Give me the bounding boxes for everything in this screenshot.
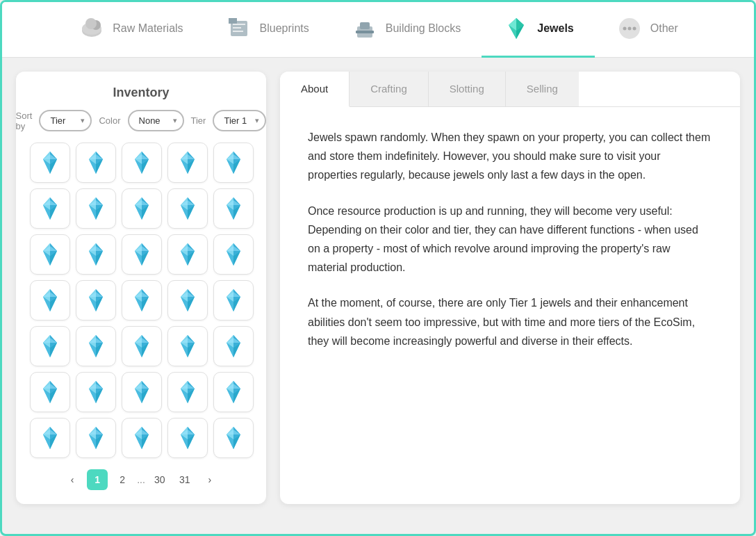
- blueprints-icon: [225, 15, 253, 42]
- main-content: Inventory Sort by Tier Color Date Color …: [2, 58, 754, 518]
- about-para-3: At the moment, of course, there are only…: [308, 293, 712, 350]
- jewels-label: Jewels: [537, 22, 573, 35]
- jewel-item[interactable]: [213, 143, 254, 183]
- jewel-item[interactable]: [167, 188, 208, 229]
- svg-rect-7: [233, 31, 243, 32]
- page-31-button[interactable]: 31: [174, 469, 195, 490]
- prev-page-button[interactable]: ‹: [62, 469, 83, 490]
- jewel-item[interactable]: [30, 372, 70, 412]
- jewel-item[interactable]: [76, 326, 116, 366]
- jewel-item[interactable]: [167, 234, 208, 275]
- right-panel: About Crafting Slotting Selling Jewels s…: [280, 72, 740, 504]
- sort-by-wrapper: Tier Color Date: [39, 110, 92, 131]
- jewel-item[interactable]: [30, 143, 70, 183]
- about-para-1: Jewels spawn randomly. When they spawn o…: [308, 128, 712, 185]
- jewel-item[interactable]: [76, 280, 116, 320]
- svg-marker-80: [227, 200, 240, 205]
- jewel-item[interactable]: [30, 188, 70, 229]
- sort-by-label: Sort by: [16, 111, 33, 131]
- nav-jewels[interactable]: Jewels: [482, 2, 594, 58]
- other-label: Other: [650, 22, 678, 35]
- svg-marker-74: [181, 200, 195, 205]
- svg-point-20: [632, 27, 636, 31]
- sort-by-select[interactable]: Tier Color Date: [39, 110, 92, 131]
- jewel-item[interactable]: [76, 234, 116, 275]
- svg-point-18: [623, 27, 626, 31]
- jewel-item[interactable]: [122, 280, 162, 320]
- jewel-item[interactable]: [122, 143, 162, 183]
- jewel-item[interactable]: [76, 372, 116, 412]
- svg-marker-8: [229, 18, 237, 24]
- jewel-item[interactable]: [167, 372, 208, 412]
- jewel-item[interactable]: [213, 372, 254, 412]
- next-page-button[interactable]: ›: [199, 469, 220, 490]
- svg-rect-6: [233, 27, 241, 29]
- svg-marker-92: [89, 246, 103, 251]
- jewel-item[interactable]: [213, 418, 254, 458]
- page-2-button[interactable]: 2: [112, 469, 133, 490]
- other-icon: [616, 15, 643, 42]
- pagination: ‹ 1 2 ... 30 31 ›: [30, 469, 252, 490]
- svg-rect-10: [360, 22, 370, 29]
- page-1-button[interactable]: 1: [87, 469, 108, 490]
- tier-wrapper: Tier 1 Tier 2 Tier 3: [213, 110, 266, 131]
- jewel-item[interactable]: [122, 188, 162, 229]
- jewel-item[interactable]: [76, 143, 116, 183]
- svg-point-3: [85, 18, 97, 29]
- tier-select[interactable]: Tier 1 Tier 2 Tier 3: [213, 110, 266, 131]
- nav-raw-materials[interactable]: Raw Materials: [57, 2, 204, 58]
- page-dots: ...: [137, 474, 145, 485]
- svg-marker-158: [135, 338, 149, 343]
- tab-crafting[interactable]: Crafting: [350, 72, 429, 106]
- svg-marker-116: [43, 292, 57, 297]
- jewel-item[interactable]: [122, 326, 162, 366]
- jewel-item[interactable]: [213, 280, 254, 320]
- svg-marker-224: [181, 430, 195, 435]
- svg-marker-140: [227, 292, 240, 297]
- jewel-item[interactable]: [30, 234, 70, 275]
- jewel-item[interactable]: [167, 280, 208, 320]
- jewel-item[interactable]: [167, 143, 208, 183]
- nav-building-blocks[interactable]: Building Blocks: [330, 2, 482, 58]
- raw-materials-label: Raw Materials: [113, 22, 183, 35]
- svg-marker-110: [227, 246, 240, 251]
- svg-marker-212: [89, 430, 103, 435]
- svg-marker-170: [227, 338, 240, 343]
- jewel-item[interactable]: [76, 188, 116, 229]
- jewel-item[interactable]: [213, 326, 254, 366]
- jewel-item[interactable]: [30, 280, 70, 320]
- svg-marker-218: [135, 430, 149, 435]
- svg-marker-206: [43, 430, 57, 435]
- jewel-item[interactable]: [167, 418, 208, 458]
- jewels-icon: [502, 15, 530, 42]
- jewel-item[interactable]: [213, 234, 254, 275]
- building-blocks-icon: [351, 15, 379, 42]
- svg-marker-122: [89, 292, 103, 297]
- tab-selling[interactable]: Selling: [506, 72, 579, 106]
- inventory-panel: Inventory Sort by Tier Color Date Color …: [16, 72, 266, 504]
- tab-about[interactable]: About: [280, 72, 350, 107]
- svg-marker-128: [135, 292, 149, 297]
- jewel-item[interactable]: [167, 326, 208, 366]
- jewel-item[interactable]: [76, 418, 116, 458]
- jewel-item[interactable]: [213, 188, 254, 229]
- svg-marker-134: [181, 292, 195, 297]
- jewel-item[interactable]: [122, 372, 162, 412]
- jewel-item[interactable]: [122, 418, 162, 458]
- svg-rect-11: [356, 31, 374, 33]
- svg-marker-62: [89, 200, 103, 205]
- tab-slotting[interactable]: Slotting: [429, 72, 506, 106]
- color-wrapper: None Blue Red Green: [128, 110, 184, 131]
- raw-materials-icon: [78, 15, 106, 42]
- svg-marker-44: [181, 154, 195, 159]
- building-blocks-label: Building Blocks: [386, 22, 461, 35]
- nav-other[interactable]: Other: [595, 2, 699, 58]
- jewel-item[interactable]: [30, 326, 70, 366]
- nav-blueprints[interactable]: Blueprints: [204, 2, 330, 58]
- svg-marker-26: [43, 154, 57, 159]
- tabs: About Crafting Slotting Selling: [280, 72, 740, 107]
- jewel-item[interactable]: [30, 418, 70, 458]
- page-30-button[interactable]: 30: [149, 469, 170, 490]
- jewel-item[interactable]: [122, 234, 162, 275]
- color-select[interactable]: None Blue Red Green: [128, 110, 184, 131]
